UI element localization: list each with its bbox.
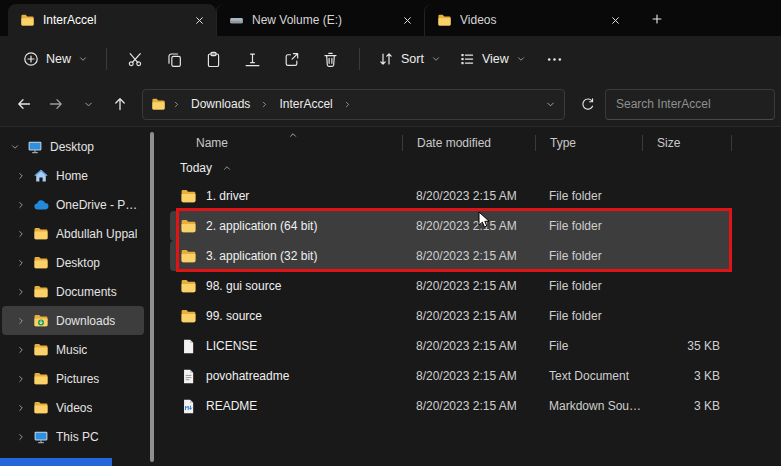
column-header-name[interactable]: Name <box>170 135 402 151</box>
file-row[interactable]: LICENSE 8/20/2023 2:15 AM File 35 KB <box>170 331 732 361</box>
forward-icon <box>48 96 64 112</box>
file-row[interactable]: povohatreadme 8/20/2023 2:15 AM Text Doc… <box>170 361 732 391</box>
chevron-right-icon[interactable] <box>16 432 26 442</box>
chevron-right-icon[interactable] <box>16 171 26 181</box>
view-button[interactable]: View <box>450 44 535 74</box>
file-name: povohatreadme <box>206 369 289 383</box>
copy-button[interactable] <box>155 43 194 76</box>
rename-button[interactable] <box>233 43 272 76</box>
chevron-down-icon <box>431 54 441 64</box>
up-button[interactable] <box>106 90 134 118</box>
file-date-modified: 8/20/2023 2:15 AM <box>402 339 535 353</box>
folder-icon <box>180 308 197 325</box>
view-button-label: View <box>482 52 509 66</box>
navigation-bar: Downloads InterAccel <box>0 82 781 127</box>
close-tab-icon[interactable] <box>190 11 208 29</box>
toolbar-divider <box>106 48 107 70</box>
close-tab-icon[interactable] <box>398 11 416 29</box>
more-icon <box>546 51 563 68</box>
chevron-right-icon <box>260 100 269 109</box>
chevron-right-icon <box>343 100 352 109</box>
file-type: File folder <box>535 249 642 263</box>
text-file-icon <box>180 368 197 385</box>
tab-interaccel[interactable]: InterAccel <box>8 4 216 36</box>
forward-button[interactable] <box>42 90 70 118</box>
chevron-right-icon[interactable] <box>16 403 26 413</box>
group-header-today[interactable]: Today <box>170 155 773 181</box>
file-row[interactable]: 1. driver 8/20/2023 2:15 AM File folder <box>170 181 732 211</box>
new-tab-button[interactable] <box>642 4 672 34</box>
file-date-modified: 8/20/2023 2:15 AM <box>402 369 535 383</box>
tab-label: InterAccel <box>43 13 182 27</box>
file-type: File folder <box>535 219 642 233</box>
search-input[interactable] <box>605 89 775 120</box>
folder-icon <box>33 371 49 387</box>
sidebar-item-home[interactable]: Home <box>2 161 144 190</box>
sidebar-item-this-pc[interactable]: This PC <box>2 422 144 451</box>
breadcrumb-interaccel[interactable]: InterAccel <box>275 95 336 113</box>
toolbar-divider <box>359 48 360 70</box>
recent-locations-button[interactable] <box>74 90 102 118</box>
chevron-right-icon[interactable] <box>16 374 26 384</box>
chevron-down-icon[interactable] <box>10 142 20 152</box>
chevron-down-icon <box>83 99 94 110</box>
file-row-selected[interactable]: 2. application (64 bit) 8/20/2023 2:15 A… <box>170 211 732 241</box>
chevron-right-icon[interactable] <box>16 258 26 268</box>
file-type: File folder <box>535 189 642 203</box>
file-row[interactable]: README 8/20/2023 2:15 AM Markdown Source… <box>170 391 732 421</box>
group-label: Today <box>180 161 212 175</box>
sidebar-item-desktop-folder[interactable]: Desktop <box>2 248 144 277</box>
sidebar-item-label: Home <box>56 169 88 183</box>
sidebar-item-documents[interactable]: Documents <box>2 277 144 306</box>
content-area: Desktop Home OneDrive - Personal Abdulla… <box>0 127 781 466</box>
folder-icon <box>20 13 35 28</box>
tab-videos[interactable]: Videos <box>424 4 632 36</box>
sidebar-item-pictures[interactable]: Pictures <box>2 364 144 393</box>
share-button[interactable] <box>272 43 311 76</box>
file-icon <box>180 338 197 355</box>
chevron-right-icon[interactable] <box>16 287 26 297</box>
sidebar-item-label: Desktop <box>56 256 100 270</box>
see-more-button[interactable] <box>535 43 574 76</box>
chevron-right-icon[interactable] <box>16 229 26 239</box>
file-row[interactable]: 98. gui source 8/20/2023 2:15 AM File fo… <box>170 271 732 301</box>
file-list-pane: Name Date modified Type Size Today 1. dr… <box>156 127 781 466</box>
folder-icon <box>437 13 452 28</box>
file-name: 98. gui source <box>206 279 281 293</box>
sort-button[interactable]: Sort <box>369 44 450 74</box>
navigation-pane: Desktop Home OneDrive - Personal Abdulla… <box>0 127 150 466</box>
file-row-selected[interactable]: 3. application (32 bit) 8/20/2023 2:15 A… <box>170 241 732 271</box>
back-button[interactable] <box>10 90 38 118</box>
sidebar-scrollbar[interactable] <box>150 132 154 462</box>
sidebar-item-abdullah-uppal[interactable]: Abdullah Uppal <box>2 219 144 248</box>
sidebar-item-desktop[interactable]: Desktop <box>2 132 144 161</box>
breadcrumb-downloads[interactable]: Downloads <box>187 95 254 113</box>
copy-icon <box>166 51 183 68</box>
file-row[interactable]: 99. source 8/20/2023 2:15 AM File folder <box>170 301 732 331</box>
cut-button[interactable] <box>116 43 155 76</box>
delete-button[interactable] <box>311 43 350 76</box>
address-bar[interactable]: Downloads InterAccel <box>142 89 565 120</box>
tab-new-volume-e[interactable]: New Volume (E:) <box>216 4 424 36</box>
sidebar-item-downloads[interactable]: Downloads <box>2 306 144 335</box>
file-name: 3. application (32 bit) <box>206 249 317 263</box>
address-dropdown-chevron-icon[interactable] <box>545 99 556 110</box>
new-button[interactable]: New <box>14 44 97 74</box>
chevron-right-icon[interactable] <box>16 200 26 210</box>
sidebar-item-onedrive[interactable]: OneDrive - Personal <box>2 190 144 219</box>
close-tab-icon[interactable] <box>606 11 624 29</box>
view-icon <box>459 51 475 67</box>
column-header-size[interactable]: Size <box>642 135 720 151</box>
taskbar-accent-strip <box>0 458 112 466</box>
refresh-button[interactable] <box>573 90 601 118</box>
paste-button[interactable] <box>194 43 233 76</box>
column-header-type[interactable]: Type <box>535 135 642 151</box>
sort-icon <box>378 51 394 67</box>
chevron-right-icon[interactable] <box>16 316 26 326</box>
column-header-date-modified[interactable]: Date modified <box>402 135 535 151</box>
chevron-right-icon[interactable] <box>16 345 26 355</box>
column-divider <box>731 135 732 151</box>
sidebar-item-music[interactable]: Music <box>2 335 144 364</box>
sidebar-item-videos[interactable]: Videos <box>2 393 144 422</box>
folder-icon <box>180 188 197 205</box>
